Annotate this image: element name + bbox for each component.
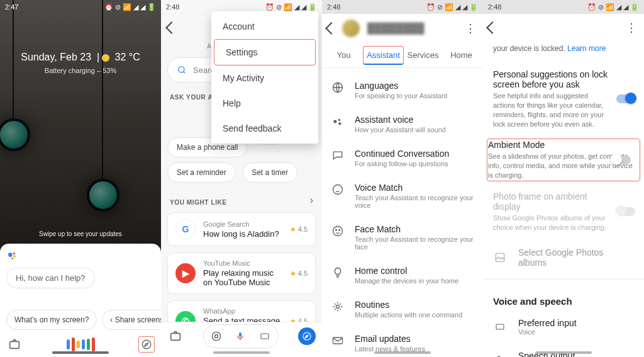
yml-card-google-search[interactable]: G Google Search How long is Aladdin? ★4.… bbox=[167, 212, 316, 246]
svg-point-12 bbox=[215, 334, 218, 337]
card-title: How long is Aladdin? bbox=[203, 229, 282, 239]
row-title: Continued Conversation bbox=[355, 149, 449, 159]
toggle-personal-suggestions[interactable]: Personal suggestions on lock screen befo… bbox=[483, 62, 644, 136]
chip-whats-on-screen[interactable]: What's on my screen? bbox=[6, 310, 97, 330]
chip-set-reminder[interactable]: Set a reminder bbox=[167, 162, 236, 183]
row-home-control[interactable]: Home controlManage the devices in your h… bbox=[322, 258, 483, 292]
nav-pill[interactable] bbox=[52, 351, 109, 354]
google-search-icon: G bbox=[175, 219, 196, 239]
overflow-menu: Account Settings My Activity Help Send f… bbox=[211, 11, 318, 144]
svg-point-18 bbox=[338, 119, 340, 121]
chip-set-timer[interactable]: Set a timer bbox=[242, 162, 297, 183]
assistant-toolbar bbox=[6, 336, 155, 353]
more-button[interactable]: ⋮ bbox=[624, 21, 639, 35]
yml-card-youtube-music[interactable]: ▶ YouTube Music Play relaxing music on Y… bbox=[167, 252, 316, 294]
row-speech-output[interactable]: Speech outputOn bbox=[483, 343, 644, 357]
compass-icon[interactable] bbox=[141, 338, 152, 351]
face-icon bbox=[331, 224, 345, 238]
row-subtitle: Manage the devices in your home bbox=[355, 277, 458, 285]
updates-icon[interactable] bbox=[167, 328, 184, 344]
row-subtitle: For asking follow-up questions bbox=[355, 160, 449, 167]
svg-point-20 bbox=[333, 185, 343, 195]
settings-tabs: You Assistant Services Home bbox=[322, 43, 483, 68]
lens-icon[interactable] bbox=[210, 330, 223, 343]
back-button[interactable] bbox=[327, 24, 336, 33]
explore-pane: 2:48 ⏰ ⊘ 📶 ◢ ◢ 🔋 Explore About these sug… bbox=[161, 0, 322, 357]
star-icon: ★ bbox=[290, 269, 296, 278]
assistant-bottom-sheet[interactable]: Hi, how can I help? What's on my screen?… bbox=[0, 244, 161, 357]
tab-services[interactable]: Services bbox=[404, 50, 442, 60]
assistant-settings-list[interactable]: LanguagesFor speaking to your Assistant … bbox=[322, 68, 483, 357]
row-continued-conversation[interactable]: Continued ConversationFor asking follow-… bbox=[322, 141, 483, 175]
row-title: Languages bbox=[355, 81, 447, 91]
assistant-input-pill[interactable] bbox=[203, 324, 279, 348]
person-speak-icon bbox=[493, 353, 507, 357]
compass-fab[interactable] bbox=[298, 327, 316, 345]
switch-off[interactable] bbox=[612, 156, 631, 164]
row-title: Face Match bbox=[355, 224, 474, 234]
svg-point-0 bbox=[8, 252, 13, 257]
row-routines[interactable]: RoutinesMultiple actions with one comman… bbox=[322, 292, 483, 326]
account-name-blurred: ████████ bbox=[367, 23, 463, 34]
globe-icon bbox=[331, 81, 345, 94]
svg-point-23 bbox=[339, 230, 340, 231]
explore-button-highlight bbox=[138, 336, 155, 353]
row-title: Select Google Photos albums bbox=[518, 247, 634, 268]
menu-account[interactable]: Account bbox=[211, 14, 318, 39]
menu-settings[interactable]: Settings bbox=[214, 39, 316, 65]
nav-pill[interactable] bbox=[374, 351, 431, 354]
chevron-right-icon: › bbox=[310, 195, 313, 206]
keyboard-icon bbox=[493, 320, 507, 334]
ambient-date-temp: Sunday, Feb 23 | 32 °C bbox=[0, 52, 161, 63]
phone-appbar: ⋮ bbox=[483, 14, 644, 42]
card-kicker: WhatsApp bbox=[203, 307, 282, 315]
section-you-might-like[interactable]: YOU MIGHT LIKE › bbox=[161, 188, 322, 212]
toggle-ambient-mode[interactable]: Ambient Mode See a slideshow of your pho… bbox=[487, 139, 640, 181]
voice-match-icon bbox=[331, 183, 345, 196]
chip-share-screenshot[interactable]: ‹ Share screenshot bbox=[102, 310, 161, 330]
clock: 2:48 bbox=[488, 3, 501, 11]
battery-status: Battery charging – 53% bbox=[0, 67, 161, 74]
keyboard-icon[interactable] bbox=[258, 331, 272, 341]
updates-icon[interactable] bbox=[6, 336, 23, 353]
row-voice-match[interactable]: Voice MatchTeach your Assistant to recog… bbox=[322, 175, 483, 217]
svg-point-22 bbox=[336, 230, 337, 231]
nav-pill[interactable] bbox=[535, 351, 592, 354]
more-button[interactable]: ⋮ bbox=[463, 21, 478, 35]
profile-avatar[interactable] bbox=[342, 20, 360, 37]
back-button[interactable] bbox=[167, 23, 176, 32]
voice-icon bbox=[331, 115, 345, 128]
svg-point-21 bbox=[333, 227, 343, 236]
svg-point-19 bbox=[338, 122, 341, 125]
svg-point-24 bbox=[336, 305, 340, 309]
svg-rect-4 bbox=[10, 341, 19, 348]
assistant-mic-button[interactable] bbox=[62, 337, 99, 351]
clock: 2:48 bbox=[327, 3, 340, 11]
status-icons: ⏰ ⊘ 📶 ◢ ◢ 🔋 bbox=[104, 3, 156, 11]
assistant-settings-pane: 2:48 ⏰ ⊘ 📶 ◢ ◢ 🔋 ████████ ⋮ You Assistan… bbox=[322, 0, 483, 357]
row-subtitle: Multiple actions with one command bbox=[355, 311, 462, 319]
swipe-hint: Swipe up to see your updates bbox=[0, 230, 161, 237]
switch-on[interactable] bbox=[616, 94, 635, 103]
row-assistant-voice[interactable]: Assistant voiceHow your Assistant will s… bbox=[322, 107, 483, 141]
menu-help[interactable]: Help bbox=[211, 91, 318, 116]
back-button[interactable] bbox=[488, 23, 497, 32]
tab-assistant[interactable]: Assistant bbox=[363, 46, 404, 65]
tab-you[interactable]: You bbox=[325, 50, 363, 60]
row-face-match[interactable]: Face MatchTeach your Assistant to recogn… bbox=[322, 217, 483, 258]
svg-point-3 bbox=[11, 258, 13, 259]
menu-my-activity[interactable]: My Activity bbox=[211, 65, 318, 91]
row-select-albums: Select Google Photos albums bbox=[483, 240, 644, 275]
status-bar: 2:48 ⏰ ⊘ 📶 ◢ ◢ 🔋 bbox=[483, 0, 644, 14]
row-languages[interactable]: LanguagesFor speaking to your Assistant bbox=[322, 73, 483, 107]
learn-more-link[interactable]: Learn more bbox=[567, 44, 606, 53]
tab-home[interactable]: Home bbox=[442, 50, 480, 60]
row-preferred-input[interactable]: Preferred inputVoice bbox=[483, 310, 644, 343]
mic-icon[interactable] bbox=[235, 330, 245, 343]
menu-send-feedback[interactable]: Send feedback bbox=[211, 116, 318, 141]
svg-rect-29 bbox=[496, 324, 504, 329]
card-kicker: YouTube Music bbox=[203, 259, 282, 267]
svg-rect-25 bbox=[333, 337, 343, 344]
nav-pill[interactable] bbox=[213, 351, 270, 354]
assistant-logo bbox=[6, 250, 18, 261]
